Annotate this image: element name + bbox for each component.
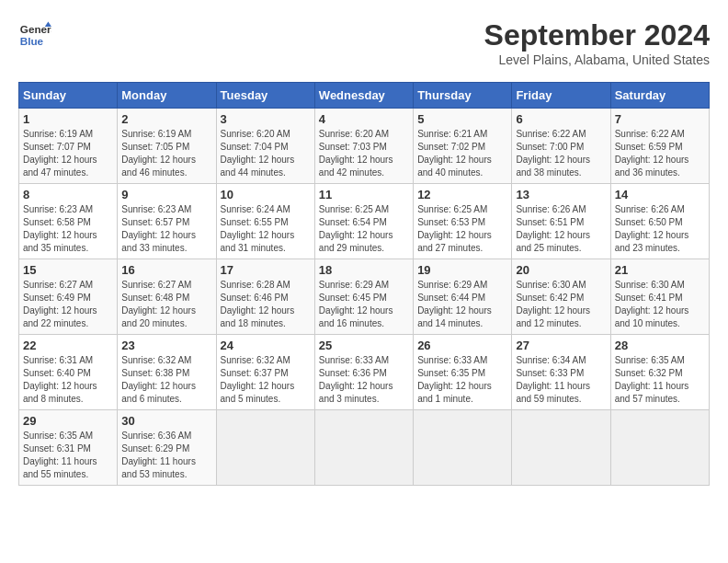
logo: General Blue (18, 18, 51, 52)
table-row: 22Sunrise: 6:31 AM Sunset: 6:40 PM Dayli… (19, 335, 118, 410)
day-number: 5 (417, 112, 507, 126)
calendar-table: Sunday Monday Tuesday Wednesday Thursday… (18, 82, 710, 486)
day-number: 13 (516, 188, 606, 201)
table-row: 4Sunrise: 6:20 AM Sunset: 7:03 PM Daylig… (314, 109, 413, 184)
table-row: 23Sunrise: 6:32 AM Sunset: 6:38 PM Dayli… (118, 335, 216, 410)
table-row (512, 410, 610, 486)
day-info: Sunrise: 6:23 AM Sunset: 6:58 PM Dayligh… (23, 203, 113, 255)
day-info: Sunrise: 6:32 AM Sunset: 6:38 PM Dayligh… (121, 354, 211, 406)
table-row: 14Sunrise: 6:26 AM Sunset: 6:50 PM Dayli… (610, 184, 709, 259)
table-row: 2Sunrise: 6:19 AM Sunset: 7:05 PM Daylig… (118, 109, 216, 184)
table-row (314, 410, 413, 486)
day-info: Sunrise: 6:21 AM Sunset: 7:02 PM Dayligh… (417, 128, 507, 179)
table-row: 24Sunrise: 6:32 AM Sunset: 6:37 PM Dayli… (216, 335, 314, 410)
day-info: Sunrise: 6:22 AM Sunset: 7:00 PM Dayligh… (516, 128, 606, 179)
location-title: Level Plains, Alabama, United States (484, 52, 710, 67)
table-row: 12Sunrise: 6:25 AM Sunset: 6:53 PM Dayli… (414, 184, 512, 259)
month-title: September 2024 (484, 18, 710, 52)
table-row: 28Sunrise: 6:35 AM Sunset: 6:32 PM Dayli… (610, 335, 709, 410)
calendar-week-row: 22Sunrise: 6:31 AM Sunset: 6:40 PM Dayli… (19, 335, 710, 410)
day-info: Sunrise: 6:19 AM Sunset: 7:07 PM Dayligh… (23, 128, 113, 179)
day-number: 11 (319, 188, 409, 201)
day-number: 25 (319, 339, 409, 352)
table-row: 5Sunrise: 6:21 AM Sunset: 7:02 PM Daylig… (414, 109, 512, 184)
day-info: Sunrise: 6:27 AM Sunset: 6:48 PM Dayligh… (121, 279, 211, 330)
day-number: 30 (121, 414, 211, 428)
day-number: 17 (221, 263, 311, 277)
table-row: 9Sunrise: 6:23 AM Sunset: 6:57 PM Daylig… (118, 184, 216, 259)
day-info: Sunrise: 6:33 AM Sunset: 6:36 PM Dayligh… (319, 354, 409, 406)
day-info: Sunrise: 6:20 AM Sunset: 7:03 PM Dayligh… (319, 128, 409, 179)
day-number: 19 (417, 263, 507, 277)
day-number: 29 (23, 414, 113, 428)
day-number: 4 (319, 112, 409, 126)
table-row: 6Sunrise: 6:22 AM Sunset: 7:00 PM Daylig… (512, 109, 610, 184)
table-row: 30Sunrise: 6:36 AM Sunset: 6:29 PM Dayli… (118, 410, 216, 486)
day-info: Sunrise: 6:30 AM Sunset: 6:41 PM Dayligh… (615, 279, 705, 330)
day-info: Sunrise: 6:29 AM Sunset: 6:44 PM Dayligh… (417, 279, 507, 330)
day-info: Sunrise: 6:19 AM Sunset: 7:05 PM Dayligh… (121, 128, 211, 179)
table-row: 8Sunrise: 6:23 AM Sunset: 6:58 PM Daylig… (19, 184, 118, 259)
day-info: Sunrise: 6:23 AM Sunset: 6:57 PM Dayligh… (121, 203, 211, 255)
day-info: Sunrise: 6:34 AM Sunset: 6:33 PM Dayligh… (516, 354, 606, 406)
day-info: Sunrise: 6:27 AM Sunset: 6:49 PM Dayligh… (23, 279, 113, 330)
calendar-header-row: Sunday Monday Tuesday Wednesday Thursday… (19, 83, 710, 109)
day-number: 9 (121, 188, 211, 201)
day-number: 24 (221, 339, 311, 352)
day-number: 27 (516, 339, 606, 352)
col-thursday: Thursday (414, 83, 512, 109)
day-info: Sunrise: 6:24 AM Sunset: 6:55 PM Dayligh… (221, 203, 311, 255)
day-info: Sunrise: 6:25 AM Sunset: 6:53 PM Dayligh… (417, 203, 507, 255)
day-number: 22 (23, 339, 113, 352)
table-row: 18Sunrise: 6:29 AM Sunset: 6:45 PM Dayli… (314, 259, 413, 335)
day-number: 1 (23, 112, 113, 126)
table-row: 15Sunrise: 6:27 AM Sunset: 6:49 PM Dayli… (19, 259, 118, 335)
day-info: Sunrise: 6:28 AM Sunset: 6:46 PM Dayligh… (221, 279, 311, 330)
day-number: 23 (121, 339, 211, 352)
col-friday: Friday (512, 83, 610, 109)
day-info: Sunrise: 6:30 AM Sunset: 6:42 PM Dayligh… (516, 279, 606, 330)
day-info: Sunrise: 6:36 AM Sunset: 6:29 PM Dayligh… (121, 430, 211, 481)
day-number: 18 (319, 263, 409, 277)
day-info: Sunrise: 6:33 AM Sunset: 6:35 PM Dayligh… (417, 354, 507, 406)
day-number: 6 (516, 112, 606, 126)
day-info: Sunrise: 6:20 AM Sunset: 7:04 PM Dayligh… (221, 128, 311, 179)
day-info: Sunrise: 6:29 AM Sunset: 6:45 PM Dayligh… (319, 279, 409, 330)
col-tuesday: Tuesday (216, 83, 314, 109)
day-number: 28 (615, 339, 705, 352)
calendar-week-row: 15Sunrise: 6:27 AM Sunset: 6:49 PM Dayli… (19, 259, 710, 335)
table-row (216, 410, 314, 486)
day-number: 20 (516, 263, 606, 277)
day-number: 10 (221, 188, 311, 201)
table-row: 26Sunrise: 6:33 AM Sunset: 6:35 PM Dayli… (414, 335, 512, 410)
day-number: 14 (615, 188, 705, 201)
table-row: 20Sunrise: 6:30 AM Sunset: 6:42 PM Dayli… (512, 259, 610, 335)
day-info: Sunrise: 6:31 AM Sunset: 6:40 PM Dayligh… (23, 354, 113, 406)
day-info: Sunrise: 6:26 AM Sunset: 6:51 PM Dayligh… (516, 203, 606, 255)
logo-icon: General Blue (18, 18, 51, 52)
col-monday: Monday (118, 83, 216, 109)
table-row: 21Sunrise: 6:30 AM Sunset: 6:41 PM Dayli… (610, 259, 709, 335)
col-sunday: Sunday (19, 83, 118, 109)
table-row: 11Sunrise: 6:25 AM Sunset: 6:54 PM Dayli… (314, 184, 413, 259)
day-number: 2 (121, 112, 211, 126)
table-row: 16Sunrise: 6:27 AM Sunset: 6:48 PM Dayli… (118, 259, 216, 335)
day-info: Sunrise: 6:35 AM Sunset: 6:32 PM Dayligh… (615, 354, 705, 406)
col-wednesday: Wednesday (314, 83, 413, 109)
col-saturday: Saturday (610, 83, 709, 109)
day-number: 21 (615, 263, 705, 277)
day-number: 26 (417, 339, 507, 352)
table-row: 13Sunrise: 6:26 AM Sunset: 6:51 PM Dayli… (512, 184, 610, 259)
svg-text:Blue: Blue (20, 35, 44, 47)
table-row: 1Sunrise: 6:19 AM Sunset: 7:07 PM Daylig… (19, 109, 118, 184)
table-row: 17Sunrise: 6:28 AM Sunset: 6:46 PM Dayli… (216, 259, 314, 335)
day-number: 8 (23, 188, 113, 201)
day-number: 16 (121, 263, 211, 277)
calendar-week-row: 29Sunrise: 6:35 AM Sunset: 6:31 PM Dayli… (19, 410, 710, 486)
title-section: September 2024 Level Plains, Alabama, Un… (484, 18, 710, 67)
table-row: 25Sunrise: 6:33 AM Sunset: 6:36 PM Dayli… (314, 335, 413, 410)
day-info: Sunrise: 6:26 AM Sunset: 6:50 PM Dayligh… (615, 203, 705, 255)
calendar-week-row: 8Sunrise: 6:23 AM Sunset: 6:58 PM Daylig… (19, 184, 710, 259)
day-number: 12 (417, 188, 507, 201)
table-row: 10Sunrise: 6:24 AM Sunset: 6:55 PM Dayli… (216, 184, 314, 259)
